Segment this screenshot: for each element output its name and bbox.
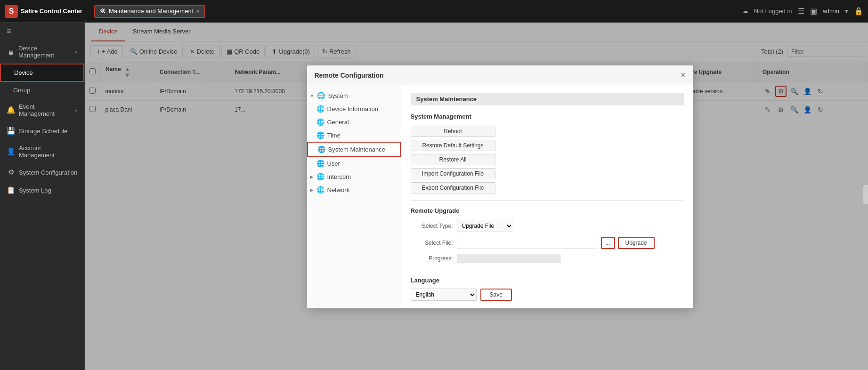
language-dropdown[interactable]: English Spanish French German <box>411 289 477 301</box>
sidebar-item-group[interactable]: Group <box>0 82 84 98</box>
progress-row: Progress: <box>411 254 684 263</box>
tab-pill-label: Maintenance and Management <box>109 8 193 15</box>
sidebar-item-system-log[interactable]: 📋 System Log <box>0 181 84 199</box>
language-row: English Spanish French German Save <box>411 289 684 301</box>
export-config-button[interactable]: Export Configuration File <box>411 182 495 193</box>
tree-item-device-info[interactable]: 🌐 Device Information <box>307 102 401 115</box>
system-buttons-group: Reboot Restore Default Settings Restore … <box>411 126 684 193</box>
tree-network-label: Network <box>327 186 350 193</box>
modal-close-icon[interactable]: × <box>681 70 686 80</box>
progress-bar <box>457 254 560 263</box>
select-file-row: Select File: ... Upgrade <box>411 237 684 249</box>
save-button[interactable]: Save <box>480 289 512 301</box>
sidebar-label-system-configuration: System Configuration <box>19 169 77 176</box>
restore-default-button[interactable]: Restore Default Settings <box>411 140 495 151</box>
reboot-button[interactable]: Reboot <box>411 126 495 137</box>
file-path-input[interactable] <box>457 237 598 249</box>
tree-sysmaint-icon: 🌐 <box>317 145 325 153</box>
language-section: Language English Spanish French German S… <box>411 277 684 301</box>
tree-user-icon: 🌐 <box>316 160 324 167</box>
app-name: Safire Control Center <box>21 8 82 15</box>
active-tab-pill[interactable]: 🛠 Maintenance and Management × <box>94 5 205 18</box>
device-management-icon: 🖥 <box>7 48 15 56</box>
sidebar-item-account-management[interactable]: 👤 Account Management <box>0 140 84 163</box>
file-input-group: ... Upgrade <box>457 237 655 249</box>
modal-header: Remote Configuration × <box>307 65 693 85</box>
divider2 <box>411 270 684 270</box>
sidebar-label-storage-schedule: Storage Schedule <box>19 128 67 135</box>
admin-label[interactable]: admin <box>823 8 839 15</box>
upgrade-action-button[interactable]: Upgrade <box>618 237 655 249</box>
sidebar-toggle[interactable]: ≡ <box>0 23 84 40</box>
language-title: Language <box>411 277 684 284</box>
tree-user-label: User <box>327 160 340 167</box>
tree-item-user[interactable]: 🌐 User <box>307 157 401 170</box>
select-type-dropdown[interactable]: Upgrade File <box>457 220 513 232</box>
tree-general-label: General <box>327 119 349 126</box>
modal-title: Remote Configuration <box>315 72 384 79</box>
tree-panel: ▼ 🌐 System 🌐 Device Information 🌐 Genera… <box>307 85 401 308</box>
tree-item-system[interactable]: ▼ 🌐 System <box>307 89 401 102</box>
app-logo: S Safire Control Center <box>5 5 89 18</box>
tree-item-network[interactable]: ▶ 🌐 Network <box>307 183 401 196</box>
sidebar-item-device[interactable]: Device <box>0 64 84 82</box>
chevron-right-icon-event: ▸ <box>75 107 78 113</box>
tree-device-info-label: Device Information <box>327 105 378 113</box>
chevron-right-icon: ▸ <box>75 49 78 55</box>
tree-item-system-maintenance[interactable]: 🌐 System Maintenance <box>307 142 401 157</box>
right-edge-handle[interactable] <box>863 185 868 204</box>
list-icon[interactable]: ☰ <box>798 7 804 16</box>
lock-icon[interactable]: 🔒 <box>854 7 863 16</box>
progress-label: Progress: <box>411 255 453 262</box>
modal-body: ▼ 🌐 System 🌐 Device Information 🌐 Genera… <box>307 85 693 308</box>
tree-network-icon: 🌐 <box>316 186 324 193</box>
tree-sysmaint-label: System Maintenance <box>328 146 385 153</box>
sidebar-item-device-management[interactable]: 🖥 Device Management ▸ <box>0 40 84 64</box>
system-configuration-icon: ⚙ <box>7 168 15 177</box>
tree-item-time[interactable]: 🌐 Time <box>307 129 401 142</box>
config-panel: System Maintenance System Management Reb… <box>401 85 693 308</box>
not-logged-in-label: Not Logged in <box>754 8 792 15</box>
tab-pill-icon: 🛠 <box>100 8 106 15</box>
admin-dropdown-icon[interactable]: ▾ <box>845 8 848 15</box>
remote-upgrade-title: Remote Upgrade <box>411 207 684 214</box>
sidebar-label-system-log: System Log <box>19 187 51 194</box>
tree-general-icon: 🌐 <box>316 118 324 126</box>
sidebar-item-event-management[interactable]: 🔔 Event Management ▸ <box>0 98 84 122</box>
tree-system-label: System <box>328 92 348 99</box>
dots-button[interactable]: ... <box>601 237 615 249</box>
logo-icon: S <box>5 5 18 18</box>
tree-intercom-icon: 🌐 <box>316 173 324 180</box>
tree-expand-icon: ▼ <box>310 93 315 98</box>
tree-intercom-label: Intercom <box>327 173 351 180</box>
restore-all-button[interactable]: Restore All <box>411 154 495 165</box>
select-type-row: Select Type: Upgrade File <box>411 220 684 232</box>
tree-item-general[interactable]: 🌐 General <box>307 115 401 129</box>
topbar: S Safire Control Center 🛠 Maintenance an… <box>0 0 868 23</box>
sidebar-item-storage-schedule[interactable]: 💾 Storage Schedule <box>0 122 84 140</box>
storage-schedule-icon: 💾 <box>7 127 15 135</box>
tree-time-icon: 🌐 <box>316 131 324 139</box>
sidebar-label-group: Group <box>13 87 30 94</box>
config-section-title: System Maintenance <box>411 93 684 105</box>
tree-time-label: Time <box>327 132 341 139</box>
system-log-icon: 📋 <box>7 186 15 194</box>
sidebar-label-device: Device <box>14 69 33 76</box>
sidebar: ≡ 🖥 Device Management ▸ Device Group 🔔 E… <box>0 23 85 370</box>
sidebar-label-account-management: Account Management <box>19 145 78 159</box>
monitor-icon[interactable]: ▣ <box>810 7 817 16</box>
tree-item-intercom[interactable]: ▶ 🌐 Intercom <box>307 170 401 183</box>
tree-network-arrow: ▶ <box>310 187 314 193</box>
tree-system-icon: 🌐 <box>317 92 325 99</box>
account-management-icon: 👤 <box>7 147 15 156</box>
divider1 <box>411 200 684 201</box>
import-config-button[interactable]: Import Configuration File <box>411 168 495 179</box>
tab-pill-close[interactable]: × <box>196 8 200 15</box>
topbar-right: ☁ Not Logged in ☰ ▣ admin ▾ 🔒 <box>742 7 863 16</box>
remote-config-modal: Remote Configuration × ▼ 🌐 System 🌐 Devi… <box>307 65 693 308</box>
modal-overlay: Remote Configuration × ▼ 🌐 System 🌐 Devi… <box>85 23 868 370</box>
system-management-title: System Management <box>411 113 684 120</box>
select-type-label: Select Type: <box>411 223 453 229</box>
tree-device-info-icon: 🌐 <box>316 105 324 113</box>
sidebar-item-system-configuration[interactable]: ⚙ System Configuration <box>0 163 84 181</box>
